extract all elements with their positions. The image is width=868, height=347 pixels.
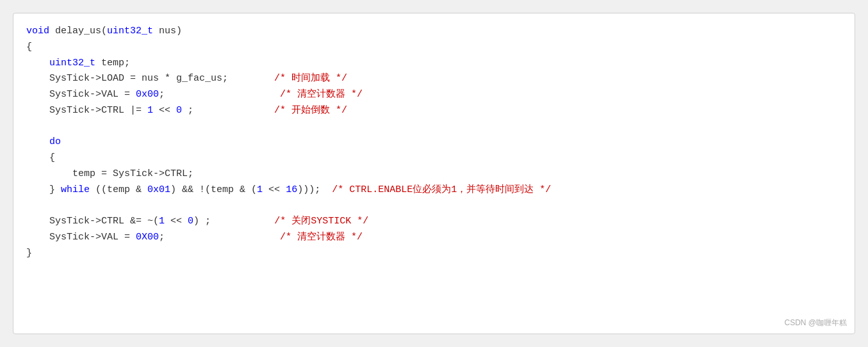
code-container: void delay_us(uint32_t nus) { uint32_t t… (13, 13, 855, 334)
code-block: void delay_us(uint32_t nus) { uint32_t t… (26, 24, 842, 261)
watermark: CSDN @咖喱年糕 (784, 318, 847, 328)
